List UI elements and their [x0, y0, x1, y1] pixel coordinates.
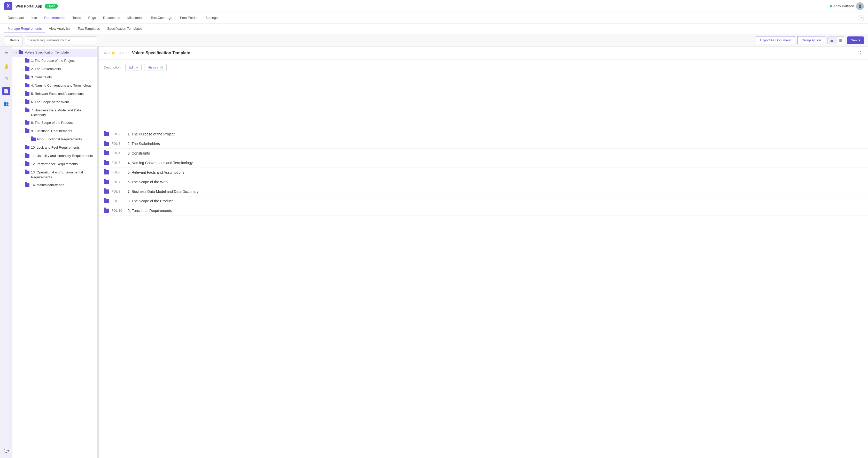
new-label: New: [851, 38, 858, 42]
tab-settings[interactable]: Settings: [202, 13, 221, 23]
tree-item-5[interactable]: › 5. Relevant Facts and Assumptions: [19, 90, 97, 98]
tree-item-12[interactable]: › 12. Performance Requirements: [19, 160, 97, 169]
tree-label-12: 12. Performance Requirements: [31, 162, 78, 166]
tree-label-9: 9. Functional Requirements: [31, 129, 72, 133]
sidebar-users-icon[interactable]: 👥: [2, 99, 10, 108]
breadcrumb-folder-icon: 📁: [111, 51, 116, 55]
req-title: 8. The Scope of the Product: [128, 199, 173, 203]
tab-milestones[interactable]: Milestones: [124, 13, 147, 23]
tree-item-10[interactable]: › 10. Look and Feel Requirements: [19, 144, 97, 152]
tab-tasks[interactable]: Tasks: [69, 13, 85, 23]
export-button[interactable]: Export As Document: [755, 36, 795, 44]
tab-requirements[interactable]: Requirements: [40, 13, 69, 23]
breadcrumb-dots[interactable]: •••: [104, 51, 107, 55]
tree-toggle-2[interactable]: ›: [20, 67, 25, 72]
tree-toggle-6[interactable]: ›: [20, 100, 25, 105]
tree-toggle-8[interactable]: ›: [20, 120, 25, 126]
tree-toggle-root[interactable]: ▾: [13, 50, 19, 55]
description-section: Description Edit ✏ History 🕐: [99, 60, 868, 75]
subtab-analytics[interactable]: View Analytics: [45, 25, 74, 33]
tree-item-6[interactable]: › 6. The Scope of the Work: [19, 98, 97, 106]
new-button[interactable]: New ▾: [847, 36, 864, 44]
tree-toggle-3[interactable]: ›: [20, 75, 25, 80]
filters-label: Filters: [7, 38, 17, 42]
sidebar-hamburger[interactable]: ☰: [2, 50, 10, 58]
tab-time-entries[interactable]: Time Entries: [176, 13, 202, 23]
search-input[interactable]: [25, 36, 97, 44]
more-options-icon[interactable]: ⋮: [858, 50, 863, 56]
tree-toggle-5[interactable]: ›: [20, 91, 25, 97]
tree-item-9a-inner[interactable]: Non-Functional Requirements: [25, 135, 97, 144]
tree-item-14[interactable]: › 14. Maintainability and: [19, 181, 97, 189]
req-folder-icon: [104, 170, 109, 175]
tree-label-5: 5. Relevant Facts and Assumptions: [31, 91, 84, 96]
list-item[interactable]: FOL-7 6. The Scope of the Work: [99, 177, 868, 187]
list-item[interactable]: FOL-6 5. Relevant Facts and Assumptions: [99, 168, 868, 177]
history-button[interactable]: History 🕐: [144, 64, 166, 71]
tab-test-coverage[interactable]: Test Coverage: [147, 13, 176, 23]
list-item[interactable]: FOL-8 7. Business Data Model and Data Di…: [99, 187, 868, 196]
tab-bugs[interactable]: Bugs: [85, 13, 99, 23]
tree-item-11[interactable]: › 11. Usability and Humanity Requirement…: [19, 152, 97, 160]
edit-button[interactable]: Edit ✏: [125, 64, 142, 71]
tree-toggle-12[interactable]: ›: [20, 162, 25, 167]
list-item[interactable]: FOL-10 9. Functional Requirements: [99, 206, 868, 216]
tree-toggle-4[interactable]: ›: [20, 83, 25, 88]
tree-item-7[interactable]: › 7. Business Data Model and Data Dictio…: [19, 106, 97, 119]
tab-documents[interactable]: Documents: [99, 13, 124, 23]
tree-toggle-1[interactable]: ›: [20, 58, 25, 64]
help-icon[interactable]: ?: [858, 15, 864, 21]
tab-info[interactable]: Info: [28, 13, 41, 23]
list-item[interactable]: FOL-5 4. Naming Conventions and Terminol…: [99, 158, 868, 168]
breadcrumb: ••• / 📁: [104, 51, 116, 55]
req-title: 9. Functional Requirements: [128, 209, 172, 213]
user-name: Andy Pattison: [833, 4, 854, 8]
sidebar-chat-icon[interactable]: 💬: [2, 447, 10, 455]
sidebar-doc-icon[interactable]: 📄: [2, 87, 10, 95]
req-title: 4. Naming Conventions and Terminology: [128, 161, 193, 165]
top-bar-right: Andy Pattison 👤: [830, 2, 864, 10]
filters-button[interactable]: Filters ▾: [4, 36, 23, 44]
tree-item-2[interactable]: › 2. The Stakeholders: [19, 65, 97, 73]
tree-toggle-11[interactable]: ›: [20, 154, 25, 159]
tree-toggle-7[interactable]: ›: [20, 108, 25, 113]
tree-item-root[interactable]: ▾ Volere Specification Template: [12, 49, 97, 57]
subtab-manage[interactable]: Manage Requirements: [4, 25, 45, 33]
tree-item-8[interactable]: › 8. The Scope of the Product: [19, 119, 97, 127]
avatar[interactable]: 👤: [856, 2, 864, 10]
tree-item-13[interactable]: › 13. Operational and Environmental Requ…: [19, 169, 97, 181]
tree-toggle-10[interactable]: ›: [20, 145, 25, 150]
folder-icon-root: [19, 51, 23, 54]
grid-view-button[interactable]: ⊞: [836, 37, 845, 44]
folder-icon-7: [25, 109, 29, 112]
folder-icon-11: [25, 154, 29, 158]
tree-toggle-9[interactable]: ›: [20, 129, 25, 134]
req-title: 1. The Purpose of the Project: [128, 132, 175, 136]
chevron-down-icon: ▾: [18, 38, 20, 42]
sidebar-bell-icon[interactable]: 🔔: [2, 62, 10, 70]
list-item[interactable]: FOL-9 8. The Scope of the Product: [99, 196, 868, 206]
list-item[interactable]: FOL-4 3. Constraints: [99, 149, 868, 158]
group-action-button[interactable]: Group Action: [797, 36, 826, 44]
tree-toggle-13[interactable]: ›: [20, 170, 25, 175]
req-folder-icon: [104, 189, 109, 193]
subtab-text-templates[interactable]: Text Templates: [74, 25, 103, 33]
description-label: Description: [104, 65, 121, 69]
icon-sidebar: ☰ 🔔 ⊞ 📄 👥 💬: [0, 47, 12, 458]
tree-toggle-14[interactable]: ›: [20, 183, 25, 188]
folder-icon-9a: [31, 138, 36, 141]
tree-item-4[interactable]: › 4. Naming Conventions and Terminology: [19, 82, 97, 90]
sidebar-grid-icon[interactable]: ⊞: [2, 74, 10, 83]
list-item[interactable]: FOL-3 2. The Stakeholders: [99, 139, 868, 149]
tree-item-1[interactable]: › 1. The Purpose of the Project: [19, 57, 97, 65]
tab-dashboard[interactable]: Dashboard: [4, 13, 28, 23]
list-view-button[interactable]: ☰: [828, 37, 836, 44]
req-id: FOL-4: [112, 151, 125, 155]
tree-item-9a[interactable]: Non-Functional Requirements: [19, 135, 97, 144]
list-item[interactable]: FOL-2 1. The Purpose of the Project: [99, 129, 868, 139]
tree-item-3[interactable]: › 3. Constraints: [19, 73, 97, 82]
tree-item-9[interactable]: › 9. Functional Requirements: [19, 127, 97, 135]
tree-children: › 1. The Purpose of the Project › 2. The…: [12, 57, 97, 189]
content-area: ••• / 📁 FOL-1 Volere Specification Templ…: [99, 47, 868, 458]
subtab-spec-templates[interactable]: Specification Templates: [103, 25, 146, 33]
